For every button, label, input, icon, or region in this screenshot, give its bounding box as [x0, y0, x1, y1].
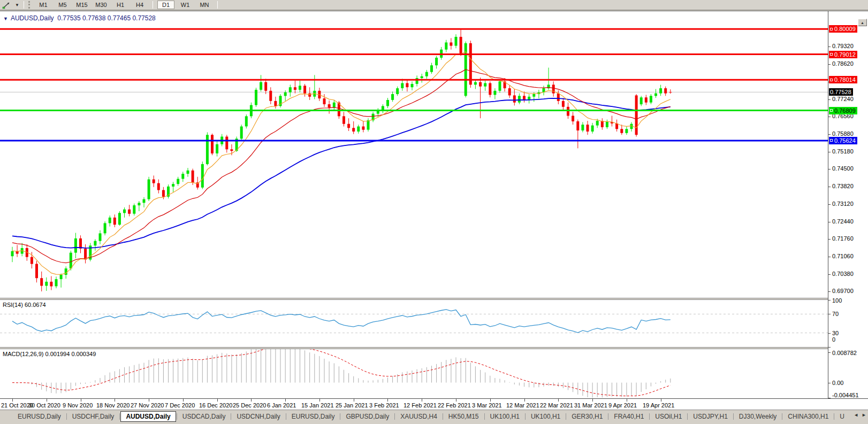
tab-separator: [286, 413, 286, 420]
timeframe-button-M30[interactable]: M30: [93, 1, 110, 9]
tab-separator: [443, 413, 443, 420]
price-level-label-0.78014[interactable]: 0.78014: [829, 76, 857, 83]
price-tick-label: 0.71760: [832, 235, 854, 242]
timeframe-button-H1[interactable]: H1: [112, 1, 129, 9]
rsi-chart[interactable]: [0, 300, 828, 347]
price-tick-label: 0.79320: [832, 43, 854, 49]
price-tick-mark: [828, 117, 831, 117]
time-tick-mark: [422, 399, 422, 402]
price-tick-label: 0.71060: [832, 253, 854, 259]
chart-tab-USOil-H1[interactable]: USOil,H1: [650, 412, 687, 421]
tab-separator: [566, 413, 566, 420]
price-level-label-0.75624[interactable]: 0.75624: [829, 137, 857, 144]
macd-label: MACD(12,26,9) 0.001994 0.000349: [3, 351, 96, 357]
cursor-tool-icon[interactable]: [0, 1, 14, 10]
chart-tab-CHINA300-H1[interactable]: CHINA300,H1: [783, 412, 833, 421]
time-tick-label: 25 Jan 2021: [336, 402, 368, 408]
chart-window: ▼AUDUSD,Daily 0.77535 0.77638 0.77465 0.…: [0, 11, 868, 410]
macd-tick-mark: [828, 383, 831, 383]
chart-tab-U[interactable]: U: [835, 412, 849, 421]
chart-tab-USDCAD-Daily[interactable]: USDCAD,Daily: [178, 412, 231, 421]
time-tick-mark: [592, 399, 593, 402]
price-axis[interactable]: 0.793200.786200.779400.772400.765600.758…: [828, 11, 868, 398]
macd-histogram: [12, 349, 671, 398]
time-tick-mark: [456, 399, 456, 402]
time-tick-label: 18 Nov 2020: [96, 402, 130, 408]
time-tick-mark: [285, 399, 286, 402]
chart-tab-USDCNH-Daily[interactable]: USDCNH,Daily: [232, 412, 285, 421]
time-tick-label: 15 Jan 2021: [301, 402, 334, 408]
tab-separator: [834, 413, 834, 420]
price-tick-label: 0.69700: [832, 288, 854, 294]
chart-tab-GER30-H1[interactable]: GER30,H1: [567, 412, 607, 421]
time-tick-label: 19 Apr 2021: [643, 402, 674, 408]
chart-title: ▼AUDUSD,Daily 0.77535 0.77638 0.77465 0.…: [3, 14, 156, 22]
chart-tab-GBPUSD-Daily[interactable]: GBPUSD,Daily: [341, 412, 394, 421]
chart-tab-UK100-H1[interactable]: UK100,H1: [526, 412, 565, 421]
price-tick-mark: [828, 239, 831, 240]
time-axis[interactable]: 21 Oct 202030 Oct 20209 Nov 202018 Nov 2…: [0, 398, 868, 410]
price-level-label-0.77528[interactable]: 0.77528: [829, 88, 853, 96]
macd-tick-mark: [828, 352, 831, 353]
macd-indicator-panel[interactable]: MACD(12,26,9) 0.001994 0.000349: [0, 349, 828, 398]
chart-tab-USDCHF-Daily[interactable]: USDCHF,Daily: [67, 412, 119, 421]
price-tick-label: 0.75880: [832, 130, 854, 137]
price-level-label-0.76809[interactable]: 0.76809: [829, 107, 857, 114]
price-tick-mark: [828, 134, 831, 135]
chart-tab-HK50-M15[interactable]: HK50,M15: [444, 412, 484, 421]
timeframe-button-D1[interactable]: D1: [157, 1, 174, 9]
price-level-label-0.79012[interactable]: 0.79012: [829, 51, 857, 58]
tab-separator: [484, 413, 485, 420]
toolbar-grip-handle[interactable]: [28, 1, 31, 9]
chart-tab-XAUUSD-H4[interactable]: XAUUSD,H4: [395, 412, 442, 421]
timeframe-button-M1[interactable]: M1: [35, 1, 52, 9]
timeframe-button-M15[interactable]: M15: [73, 1, 90, 9]
timeframe-button-H4[interactable]: H4: [131, 1, 148, 9]
timeframe-button-MN[interactable]: MN: [196, 1, 213, 9]
mt4-terminal: ▼ M1M5M15M30H1H4D1W1MN ▼AUDUSD,Daily 0.7…: [0, 0, 868, 424]
collapse-triangle-icon[interactable]: ▼: [3, 16, 8, 21]
time-tick-label: 31 Mar 2021: [574, 402, 607, 408]
time-tick-mark: [524, 399, 525, 402]
price-tick-label: 0.78620: [832, 60, 854, 67]
chart-tab-FRA40-H1[interactable]: FRA40,H1: [609, 412, 649, 421]
tab-separator: [782, 413, 782, 420]
rsi-indicator-panel[interactable]: RSI(14) 60.0674: [0, 300, 828, 347]
up-arrow-icon: ▲: [861, 21, 864, 25]
candlestick-chart[interactable]: [0, 11, 828, 298]
price-chart-panel[interactable]: ▼AUDUSD,Daily 0.77535 0.77638 0.77465 0.…: [0, 11, 828, 298]
toolbar-separator: [24, 1, 24, 9]
scroll-up-button[interactable]: ▲: [858, 19, 867, 26]
chart-tab-DJ30-Weekly[interactable]: DJ30,Weekly: [734, 412, 781, 421]
chart-tab-UK100-H1[interactable]: UK100,H1: [485, 412, 524, 421]
chart-tab-EURUSD-Daily[interactable]: EURUSD,Daily: [287, 412, 340, 421]
time-tick-mark: [319, 399, 320, 402]
time-tick-label: 9 Nov 2020: [63, 402, 93, 408]
price-tick-label: 0.73820: [832, 183, 854, 189]
time-tick-label: 7 Dec 2020: [165, 402, 195, 408]
tabs-scroll-left-icon[interactable]: ◄: [854, 412, 858, 418]
chart-tab-AUDUSD-Daily[interactable]: AUDUSD,Daily: [120, 411, 176, 422]
timeframe-button-M5[interactable]: M5: [54, 1, 71, 9]
rsi-axis-label: 70: [832, 311, 839, 317]
time-tick-label: 30 Oct 2020: [28, 402, 60, 408]
price-tick-label: 0.72440: [832, 218, 854, 225]
chart-tab-EURUSD-Daily[interactable]: EURUSD,Daily: [13, 412, 66, 421]
price-tick-mark: [828, 99, 831, 100]
timeframe-toolbar: ▼ M1M5M15M30H1H4D1W1MN: [0, 0, 868, 10]
tabs-scroll-right-icon[interactable]: ►: [862, 412, 866, 418]
rsi-axis-label: 0: [832, 336, 835, 343]
time-tick-mark: [661, 399, 661, 402]
price-level-label-0.80009[interactable]: 0.80009: [829, 25, 857, 33]
time-tick-mark: [354, 399, 354, 402]
tab-separator: [231, 413, 231, 420]
tab-separator: [66, 413, 67, 420]
chart-tab-USDJPY-H1[interactable]: USDJPY,H1: [688, 412, 732, 421]
horizontal-level-lines: [0, 29, 828, 141]
macd-chart[interactable]: [0, 349, 828, 398]
time-tick-mark: [217, 399, 218, 402]
tool-dropdown-caret-icon[interactable]: ▼: [14, 3, 20, 7]
toolbar-separator: [217, 1, 218, 9]
rsi-axis-label: 100: [832, 297, 842, 304]
timeframe-button-W1[interactable]: W1: [177, 1, 194, 9]
